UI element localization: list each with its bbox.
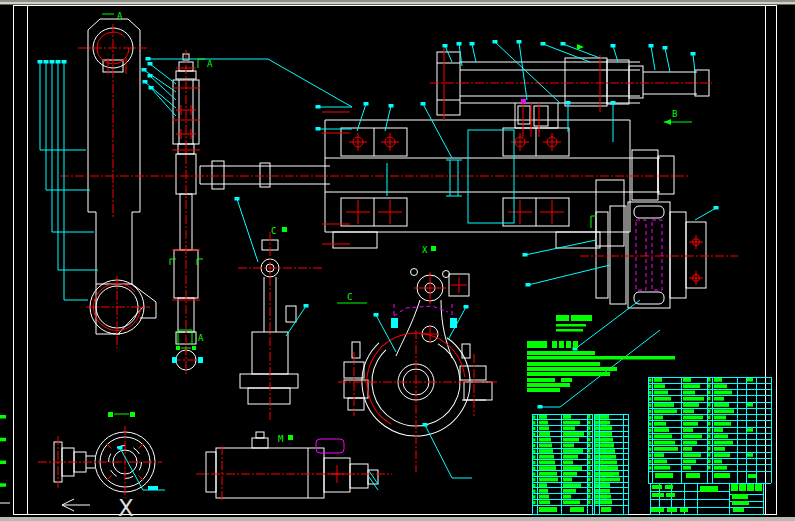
svg-text:A: A: [117, 11, 123, 21]
svg-text:B: B: [672, 109, 677, 119]
drawing-canvas[interactable]: AABCCXMA X: [0, 0, 795, 521]
svg-text:M: M: [278, 434, 284, 444]
svg-text:C: C: [271, 226, 276, 236]
svg-text:C: C: [347, 292, 352, 302]
cad-window: AABCCXMA X: [0, 0, 795, 521]
technical-notes: [527, 315, 675, 392]
svg-text:X: X: [118, 495, 134, 521]
annotations: AABCCXMA: [102, 11, 692, 444]
parts-list-tables: [0, 377, 771, 514]
ucs-icon: X: [0, 495, 134, 521]
svg-text:X: X: [422, 245, 428, 255]
svg-text:A: A: [207, 59, 213, 69]
part-geometry: [54, 19, 709, 498]
svg-text:A: A: [198, 333, 204, 343]
